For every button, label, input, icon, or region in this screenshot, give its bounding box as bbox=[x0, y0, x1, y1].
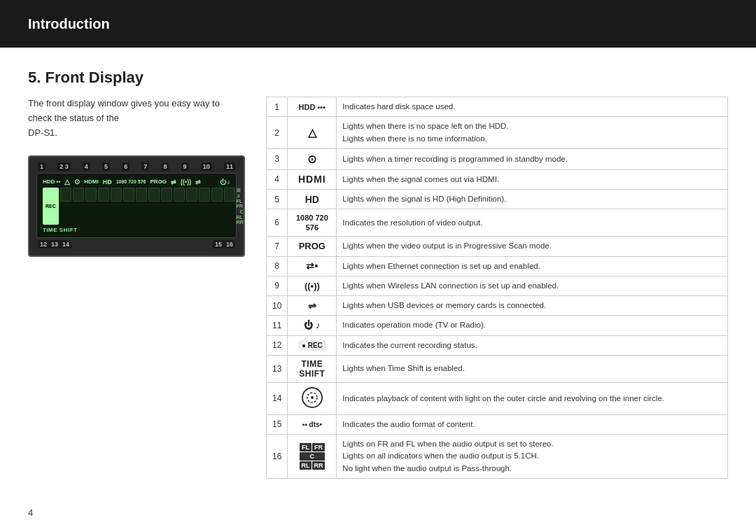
table-row: 11 ⏻ ♪ Indicates operation mode (TV or R… bbox=[267, 316, 728, 335]
resolution-display: 1080 720 576 bbox=[116, 179, 146, 184]
segment-area: REC bbox=[43, 188, 230, 225]
table-row: 4 HDMI Lights when the signal comes out … bbox=[267, 169, 728, 189]
main-content: 5. Front Display The front display windo… bbox=[0, 48, 756, 493]
table-row: 8 ⇄• Lights when Ethernet connection is … bbox=[267, 256, 728, 276]
surround-icon-cell: FL FR C RL RR bbox=[300, 443, 325, 470]
audio-icon-cell: ▪▪ dts• bbox=[302, 421, 322, 428]
rec-icon-cell: ● REC bbox=[298, 340, 326, 351]
description-text: The front display window gives you easy … bbox=[28, 97, 245, 140]
display-screen: HDD ▪▪ △ ⊙ HDMI HD 1080 720 576 PROG ⇄ (… bbox=[36, 173, 237, 238]
usb-display: ⇌ bbox=[195, 178, 201, 186]
table-row: 7 PROG Lights when the video output is i… bbox=[267, 237, 728, 256]
num-5: 5 bbox=[102, 162, 110, 171]
header-title: Introduction bbox=[28, 16, 110, 32]
hdmi-icon-cell: HDMI bbox=[298, 174, 326, 185]
num-13: 13 bbox=[49, 240, 60, 248]
table-row: 5 HD Lights when the signal is HD (High … bbox=[267, 190, 728, 209]
num-11: 11 bbox=[224, 162, 235, 171]
hdmi-icon-display: HDMI bbox=[84, 178, 98, 185]
content-area: The front display window gives you easy … bbox=[28, 97, 728, 479]
num-12: 12 bbox=[38, 240, 49, 248]
warning-icon: △ bbox=[64, 178, 70, 186]
time-shift-label: TIME SHIFT bbox=[43, 227, 77, 233]
prog-display: PROG bbox=[150, 178, 167, 185]
info-table: 1 HDD ▪▪▪ Indicates hard disk space used… bbox=[266, 97, 728, 479]
page-number: 4 bbox=[28, 507, 33, 518]
table-row: 15 ▪▪ dts• Indicates the audio format of… bbox=[267, 414, 728, 434]
num-7: 7 bbox=[141, 162, 149, 171]
table-row: 6 1080 720 576 Indicates the resolution … bbox=[267, 209, 728, 237]
tv-radio-icon-cell: ⏻ ♪ bbox=[304, 320, 320, 330]
table-row: 16 FL FR C RL RR Lights on FR and FL bbox=[267, 435, 728, 479]
right-icons: ⊞ ♬ FL FR C RL RR bbox=[237, 188, 244, 225]
usb-icon-cell: ⇌ bbox=[308, 300, 316, 312]
table-row: 10 ⇌ Lights when USB devices or memory c… bbox=[267, 296, 728, 316]
section-heading: 5. Front Display bbox=[28, 69, 728, 87]
num-14: 14 bbox=[60, 240, 71, 248]
ethernet-icon-cell: ⇄• bbox=[306, 260, 318, 272]
display-row2: TIME SHIFT bbox=[43, 227, 230, 233]
table-row: 1 HDD ▪▪▪ Indicates hard disk space used… bbox=[267, 97, 728, 117]
hdd-icon-cell: HDD ▪▪▪ bbox=[299, 103, 326, 111]
front-display-panel: 1 2 3 4 5 6 7 8 9 10 11 HDD ▪▪ △ bbox=[28, 155, 245, 257]
num-4: 4 bbox=[83, 162, 90, 171]
top-numbers: 1 2 3 4 5 6 7 8 9 10 11 bbox=[36, 162, 237, 171]
table-row: 13 TIME SHIFT Lights when Time Shift is … bbox=[267, 355, 728, 382]
disc-icon-cell bbox=[301, 386, 323, 409]
display-row1: HDD ▪▪ △ ⊙ HDMI HD 1080 720 576 PROG ⇄ (… bbox=[43, 178, 230, 186]
tv-radio-display: ⏻ ♪ bbox=[220, 178, 231, 186]
wireless-icon-cell: ((•)) bbox=[304, 281, 320, 291]
section-title: 5. Front Display bbox=[28, 69, 144, 86]
clock-icon-cell: ⊙ bbox=[307, 153, 316, 165]
num-16: 16 bbox=[224, 240, 235, 248]
hdd-icon: HDD ▪▪ bbox=[43, 178, 60, 185]
eth-display: ⇄ bbox=[171, 178, 176, 186]
table-row: 3 ⊙ Lights when a timer recording is pro… bbox=[267, 148, 728, 169]
num-1: 1 bbox=[38, 162, 46, 171]
table-row: 12 ● REC Indicates the current recording… bbox=[267, 335, 728, 355]
page-header: Introduction bbox=[0, 0, 756, 48]
bottom-numbers: 12 13 14 15 16 bbox=[36, 240, 237, 248]
prog-icon-cell: PROG bbox=[299, 241, 326, 251]
right-panel: 1 HDD ▪▪▪ Indicates hard disk space used… bbox=[266, 97, 728, 479]
hd-icon-display: HD bbox=[103, 178, 112, 186]
num-23: 2 3 bbox=[57, 162, 71, 171]
wireless-display: ((•)) bbox=[181, 178, 191, 186]
resolution-icon-cell: 1080 720 576 bbox=[296, 214, 328, 232]
segment-blocks bbox=[60, 188, 235, 225]
num-9: 9 bbox=[181, 162, 189, 171]
timeshift-icon-cell: TIME SHIFT bbox=[299, 359, 325, 379]
rec-badge: REC bbox=[43, 188, 59, 225]
left-panel: The front display window gives you easy … bbox=[28, 97, 245, 479]
num-10: 10 bbox=[201, 162, 212, 171]
warning-icon-cell: △ bbox=[308, 127, 316, 139]
svg-point-2 bbox=[311, 396, 314, 399]
table-row: 9 ((•)) Lights when Wireless LAN connect… bbox=[267, 276, 728, 295]
num-6: 6 bbox=[122, 162, 130, 171]
num-15: 15 bbox=[213, 240, 224, 248]
table-row: 2 △ Lights when there is no space left o… bbox=[267, 117, 728, 149]
table-row: 14 Indicates playback of content with li… bbox=[267, 382, 728, 414]
clock-icon-display: ⊙ bbox=[74, 178, 80, 186]
hd-icon-cell: HD bbox=[305, 194, 319, 205]
num-8: 8 bbox=[161, 162, 169, 171]
